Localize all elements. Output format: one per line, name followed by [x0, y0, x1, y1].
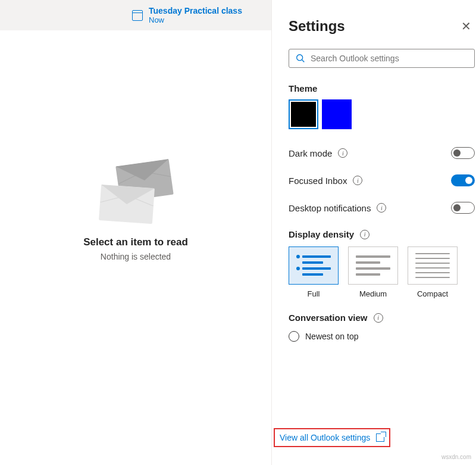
focused-inbox-row: Focused Inbox i: [289, 174, 476, 186]
theme-swatch-black[interactable]: [289, 99, 318, 129]
search-icon: [295, 53, 306, 64]
conversation-view-label: Conversation view: [289, 313, 368, 323]
close-icon[interactable]: ✕: [459, 17, 474, 36]
focused-inbox-toggle[interactable]: [451, 174, 475, 186]
search-box[interactable]: [289, 49, 475, 68]
watermark: wsxdn.com: [441, 454, 471, 460]
svg-point-0: [297, 55, 303, 61]
density-compact-label: Compact: [417, 289, 448, 298]
info-icon[interactable]: i: [377, 203, 386, 213]
density-medium-label: Medium: [359, 289, 387, 298]
settings-panel: Settings ✕ Theme Dark mode i Focused Inb…: [271, 0, 476, 465]
desktop-notifications-label: Desktop notifications: [289, 203, 371, 213]
theme-swatch-blue[interactable]: [322, 99, 352, 129]
desktop-notifications-row: Desktop notifications i: [289, 202, 476, 214]
density-medium[interactable]: Medium: [348, 246, 398, 298]
dark-mode-toggle[interactable]: [451, 147, 475, 159]
envelope-illustration: [100, 163, 171, 222]
density-options: Full Medium Compact: [289, 246, 476, 298]
info-icon[interactable]: i: [360, 230, 369, 239]
conversation-newest-on-top[interactable]: Newest on top: [289, 331, 476, 342]
dark-mode-row: Dark mode i: [289, 147, 476, 159]
reading-pane-container: Tuesday Practical class Now Select an it…: [0, 0, 271, 465]
info-icon[interactable]: i: [353, 176, 362, 185]
radio-icon: [289, 331, 299, 342]
focused-inbox-label: Focused Inbox: [289, 176, 347, 186]
calendar-icon: [132, 10, 143, 21]
empty-state-title: Select an item to read: [83, 236, 188, 248]
view-all-outlook-settings[interactable]: View all Outlook settings: [274, 428, 390, 447]
event-title: Tuesday Practical class: [149, 6, 242, 15]
popout-icon: [376, 433, 384, 442]
info-icon[interactable]: i: [374, 313, 383, 323]
density-label: Display density: [289, 229, 354, 239]
svg-line-1: [302, 60, 305, 63]
desktop-notifications-toggle[interactable]: [451, 202, 475, 214]
event-time: Now: [149, 15, 242, 24]
info-icon[interactable]: i: [338, 148, 347, 158]
search-input[interactable]: [311, 54, 468, 63]
density-full[interactable]: Full: [289, 246, 339, 298]
calendar-event-banner[interactable]: Tuesday Practical class Now: [0, 0, 271, 30]
reading-empty-state: Select an item to read Nothing is select…: [0, 30, 271, 465]
dark-mode-label: Dark mode: [289, 148, 332, 158]
theme-options: [289, 99, 476, 129]
conversation-option-label: Newest on top: [305, 332, 359, 341]
density-full-label: Full: [308, 289, 320, 298]
settings-title: Settings: [289, 18, 345, 35]
theme-label: Theme: [289, 83, 476, 93]
density-compact[interactable]: Compact: [408, 246, 458, 298]
event-text: Tuesday Practical class Now: [149, 6, 242, 24]
view-all-label: View all Outlook settings: [280, 433, 370, 442]
empty-state-subtitle: Nothing is selected: [101, 252, 171, 261]
